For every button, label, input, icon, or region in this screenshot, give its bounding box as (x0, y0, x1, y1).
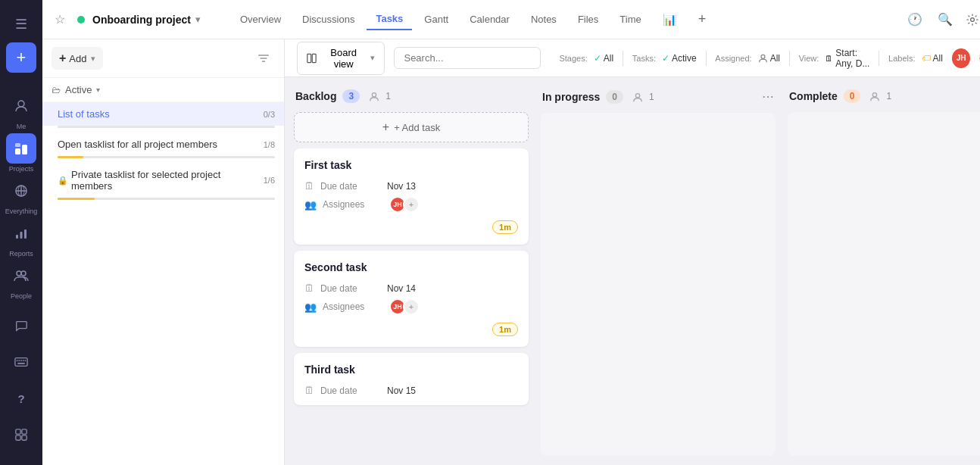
stages-check: ✓ (594, 53, 601, 64)
svg-rect-9 (20, 232, 23, 239)
assigned-value[interactable]: All (758, 53, 780, 64)
svg-rect-1 (15, 148, 20, 154)
sidebar-add-button[interactable]: + Add ▾ (51, 47, 103, 70)
column-in-progress-header: In progress 0 1 ⋯ (541, 86, 776, 107)
list-item-list-of-tasks[interactable]: List of tasks 0/3 (42, 102, 284, 126)
search-button[interactable]: 🔍 (933, 8, 957, 32)
projects-nav-button[interactable] (6, 133, 36, 164)
me-nav-button[interactable] (6, 91, 36, 121)
board-view-button[interactable]: Board view ▾ (297, 42, 385, 75)
in-progress-person-icon (632, 92, 643, 102)
task-card-second[interactable]: Second task 🗓 Due date Nov 14 👥 Assignee… (294, 251, 529, 347)
private-tasklist-name: Private tasklist for selected project me… (71, 169, 264, 192)
add-global-button[interactable]: + (6, 42, 36, 73)
complete-person-count: 1 (886, 91, 891, 101)
complete-title: Complete (789, 90, 838, 102)
in-progress-title: In progress (542, 91, 600, 103)
private-tasklist-progress-bar (58, 198, 95, 200)
task-card-third[interactable]: Third task 🗓 Due date Nov 15 (294, 353, 529, 405)
add-task-plus: + (382, 120, 389, 134)
view-label: View: (799, 54, 819, 63)
in-progress-badge: 0 (606, 90, 623, 104)
view-icon: 🗓 (825, 54, 833, 63)
first-task-due-row: 🗓 Due date Nov 13 (304, 180, 518, 192)
in-progress-more-button[interactable]: ⋯ (762, 89, 774, 104)
nav-notes[interactable]: Notes (522, 9, 566, 30)
list-item-progress: 0/3 (264, 110, 275, 119)
stages-value[interactable]: ✓ All (594, 53, 613, 64)
column-complete: Complete 0 1 (788, 86, 980, 456)
icon-bar: ☰ + Me Projects Everything (0, 0, 42, 465)
second-task-footer: 1m (304, 323, 518, 336)
project-title[interactable]: Onboarding project ▾ (77, 14, 201, 26)
svg-point-29 (635, 93, 639, 97)
keyboard-nav-button[interactable] (6, 347, 36, 377)
nav-add[interactable]: + (689, 7, 716, 32)
svg-point-30 (873, 93, 877, 97)
due-date-label: Due date (320, 181, 381, 192)
svg-rect-10 (24, 229, 27, 239)
sidebar-add-plus: + (59, 51, 66, 65)
toolbar-avatar[interactable]: JH (952, 48, 970, 68)
clock-button[interactable]: 🕐 (903, 8, 927, 32)
board-toolbar: Board view ▾ Stages: ✓ All Tasks: (285, 39, 980, 77)
board-search-input[interactable] (394, 47, 541, 69)
open-tasklist-progress-bar (58, 156, 83, 158)
reports-nav-button[interactable] (6, 218, 36, 248)
active-section-chevron: ▾ (96, 86, 100, 94)
nav-gantt[interactable]: Gantt (415, 9, 457, 30)
board-area: Board view ▾ Stages: ✓ All Tasks: (285, 39, 980, 465)
svg-point-24 (971, 17, 975, 21)
open-tasklist-progress: 1/8 (264, 140, 275, 149)
complete-badge: 0 (844, 89, 861, 103)
labels-value[interactable]: 🏷 All (922, 53, 943, 64)
sidebar-filter-button[interactable] (252, 47, 275, 70)
view-value[interactable]: 🗓 Start: Any, D... (825, 48, 869, 69)
third-task-title: Third task (304, 364, 518, 376)
star-project-button[interactable]: ☆ (55, 12, 65, 27)
assignees-label: Assignees (323, 199, 383, 210)
labels-label: Labels: (888, 54, 915, 63)
people-nav-button[interactable] (6, 261, 36, 291)
due-date-label-3: Due date (320, 385, 381, 396)
list-item-private-tasklist[interactable]: 🔒 Private tasklist for selected project … (42, 163, 284, 198)
tasks-label: Tasks: (632, 54, 656, 63)
open-tasklist-name: Open tasklist for all project members (58, 139, 264, 150)
column-backlog-header: Backlog 3 1 (294, 86, 529, 106)
assignees-icon: 👥 (304, 199, 317, 211)
nav-files[interactable]: Files (569, 9, 607, 30)
nav-discussions[interactable]: Discussions (293, 9, 364, 30)
svg-rect-3 (15, 143, 20, 147)
label-tag-icon: 🏷 (922, 53, 931, 64)
first-task-title: First task (304, 159, 518, 171)
help-nav-button[interactable]: ? (6, 383, 36, 414)
chat-nav-button[interactable] (6, 311, 36, 341)
everything-nav-button[interactable] (6, 176, 36, 206)
nav-calendar[interactable]: Calendar (460, 9, 519, 30)
nav-analytics[interactable]: 📊 (654, 8, 686, 31)
column-complete-header: Complete 0 1 (788, 86, 980, 106)
svg-rect-21 (22, 429, 27, 434)
sidebar: + Add ▾ 🗁 Active ▾ List of tasks (42, 39, 285, 465)
nav-tasks[interactable]: Tasks (367, 8, 412, 30)
list-item-open-tasklist[interactable]: Open tasklist for all project members 1/… (42, 133, 284, 156)
assigned-label: Assigned: (715, 54, 751, 63)
settings-button[interactable]: ▾ (963, 8, 980, 32)
first-task-due-date: Nov 13 (387, 181, 416, 192)
lock-icon: 🔒 (58, 176, 68, 186)
active-section[interactable]: 🗁 Active ▾ (42, 78, 284, 102)
backlog-title: Backlog (295, 90, 336, 102)
filter-group: Stages: ✓ All Tasks: ✓ Active Assigned: (559, 48, 942, 69)
svg-point-12 (21, 271, 26, 276)
in-progress-person-count: 1 (649, 92, 654, 102)
tasks-value[interactable]: ✓ Active (662, 53, 697, 64)
board-columns: Backlog 3 1 + + Add task First task (285, 77, 980, 465)
hamburger-button[interactable]: ☰ (6, 9, 36, 39)
more-nav-button[interactable] (6, 420, 36, 450)
nav-time[interactable]: Time (610, 9, 650, 30)
assignee-plus[interactable]: + (403, 196, 420, 213)
add-task-button[interactable]: + + Add task (294, 112, 529, 142)
assignee-plus-2[interactable]: + (403, 298, 420, 315)
task-card-first[interactable]: First task 🗓 Due date Nov 13 👥 Assignees (294, 148, 529, 245)
nav-overview[interactable]: Overview (231, 9, 290, 30)
